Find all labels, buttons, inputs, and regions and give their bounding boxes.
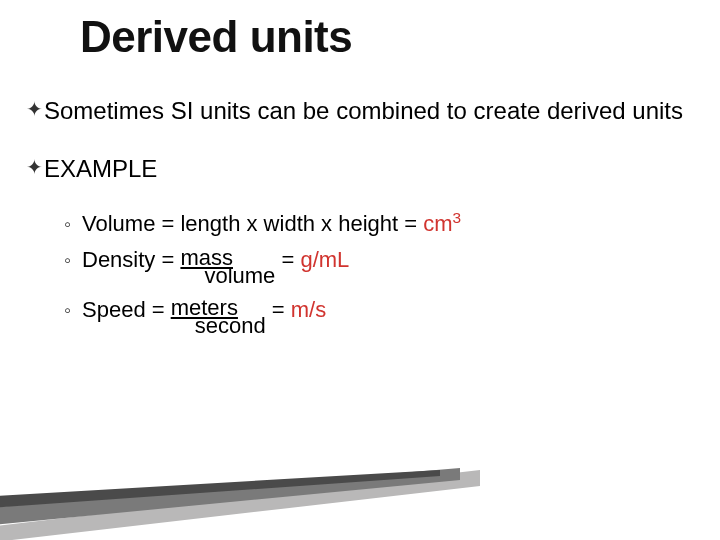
slide-body: ✦ Sometimes SI units can be combined to … (26, 95, 690, 343)
sub-bullet-icon: ◦ (64, 211, 82, 237)
bullet-item: ✦ EXAMPLE (26, 153, 690, 185)
slide-title: Derived units (80, 12, 352, 62)
svg-marker-0 (0, 470, 480, 540)
example-density: ◦ Density = massvolume = g/mL (64, 247, 690, 287)
equals-sign: = (266, 297, 291, 322)
volume-prefix: Volume = length x width x height = (82, 211, 423, 236)
density-prefix: Density = (82, 247, 180, 272)
speed-unit: m/s (291, 297, 326, 322)
svg-marker-2 (0, 470, 440, 510)
volume-unit: cm3 (423, 211, 461, 236)
example-text: Volume = length x width x height = cm3 (82, 211, 461, 237)
fraction-denominator: volume (204, 265, 275, 287)
sub-bullet-icon: ◦ (64, 297, 82, 323)
density-unit: g/mL (300, 247, 349, 272)
speed-prefix: Speed = (82, 297, 171, 322)
bullet-mark-icon: ✦ (26, 153, 44, 181)
fraction-denominator: second (195, 315, 266, 337)
equals-sign: = (275, 247, 300, 272)
example-text: Speed = meterssecond = m/s (82, 297, 326, 337)
density-fraction: massvolume (180, 247, 275, 287)
example-text: Density = massvolume = g/mL (82, 247, 349, 287)
bullet-text: EXAMPLE (44, 153, 157, 185)
svg-marker-1 (0, 468, 460, 528)
decorative-swoosh-icon (0, 440, 480, 540)
example-volume: ◦ Volume = length x width x height = cm3 (64, 211, 690, 237)
sub-bullet-icon: ◦ (64, 247, 82, 273)
bullet-item: ✦ Sometimes SI units can be combined to … (26, 95, 690, 127)
example-list: ◦ Volume = length x width x height = cm3… (64, 211, 690, 337)
speed-fraction: meterssecond (171, 297, 266, 337)
example-speed: ◦ Speed = meterssecond = m/s (64, 297, 690, 337)
bullet-mark-icon: ✦ (26, 95, 44, 123)
bullet-text: Sometimes SI units can be combined to cr… (44, 95, 683, 127)
